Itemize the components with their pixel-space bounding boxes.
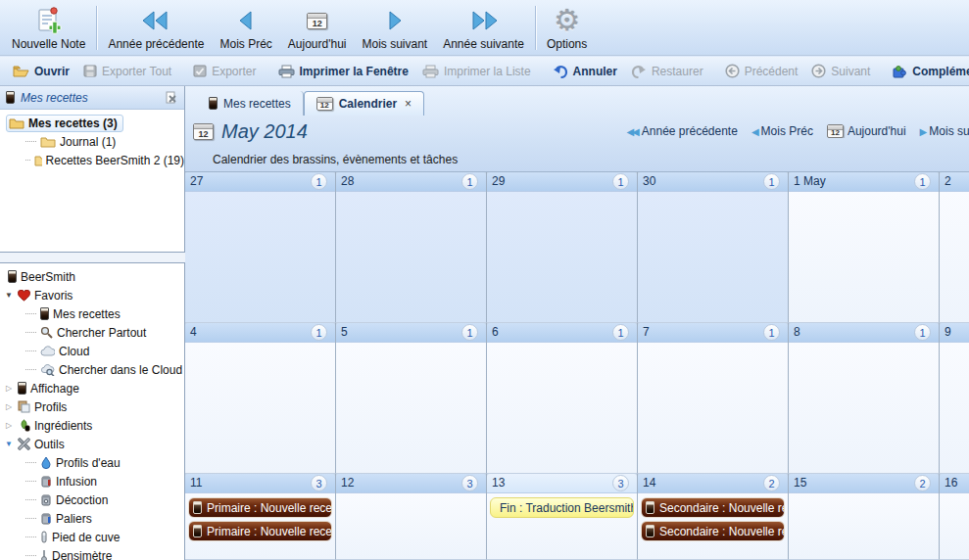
tree-item-mes-recettes[interactable]: Mes recettes xyxy=(0,304,184,323)
open-label: Ouvrir xyxy=(34,65,70,78)
expander-closed-icon[interactable]: ▷ xyxy=(4,384,14,393)
expander-open-icon[interactable]: ▼ xyxy=(4,291,14,300)
arrow-right-icon: ▶ xyxy=(920,126,926,137)
flask-icon xyxy=(40,531,48,543)
event-count-badge: 1 xyxy=(763,324,780,341)
puzzle-icon xyxy=(892,65,907,78)
tab-calendrier[interactable]: 12 Calendrier × xyxy=(304,91,424,116)
calendar-header: Mes recettes 12 Calendrier × 12 May 2014… xyxy=(185,86,969,172)
tab-mes-recettes[interactable]: Mes recettes xyxy=(197,91,304,116)
tree-item-journal[interactable]: Journal (1) xyxy=(0,132,184,151)
previous-year-button[interactable]: Année précédente xyxy=(100,2,212,54)
toolbar-separator xyxy=(535,6,536,50)
heart-icon xyxy=(18,290,30,302)
options-button[interactable]: ⚙ Options xyxy=(539,2,595,54)
addons-button[interactable]: Compléments xyxy=(885,62,969,81)
calendar-day-cell[interactable]: 152 xyxy=(789,474,940,560)
previous-month-button[interactable]: Mois Préc xyxy=(212,2,279,54)
water-drop-icon xyxy=(40,456,52,469)
calendar-day-cell-today[interactable]: 133 Fin : Traduction Beersmith xyxy=(487,474,638,560)
calendar-day-cell[interactable]: 71 xyxy=(638,323,789,474)
next-year-button[interactable]: Année suivante xyxy=(435,2,532,54)
next-month-button[interactable]: Mois suivant xyxy=(354,2,435,54)
tree-item-pied-de-cuve[interactable]: Pied de cuve xyxy=(0,528,184,546)
tree-item-beersmith[interactable]: BeerSmith xyxy=(0,267,184,286)
tree-item-label: Favoris xyxy=(34,289,73,303)
calendar-day-cell[interactable]: 2 xyxy=(940,172,969,323)
undo-button[interactable]: Annuler xyxy=(546,62,624,81)
calendar-event[interactable]: Primaire : Nouvelle recette xyxy=(188,497,332,518)
print-window-button[interactable]: Imprimer la Fenêtre xyxy=(271,62,415,81)
tree-item-densimetre[interactable]: Densimètre xyxy=(0,546,184,560)
tree-item-chercher-cloud[interactable]: Chercher dans le Cloud xyxy=(0,360,184,379)
expander-closed-icon[interactable]: ▷ xyxy=(4,421,14,430)
calendar-icon-day: 12 xyxy=(308,19,326,28)
calendar-icon-day: 12 xyxy=(317,102,332,110)
tree-item-cloud[interactable]: Cloud xyxy=(0,342,184,360)
tab-close-icon[interactable]: × xyxy=(405,97,412,111)
open-folder-icon xyxy=(13,65,29,77)
new-note-button[interactable]: Nouvelle Note xyxy=(4,2,93,54)
hops-icon xyxy=(18,419,30,432)
calendar-day-cell[interactable]: 123 xyxy=(336,474,487,560)
calendar-event[interactable]: Secondaire : Nouvelle recette xyxy=(641,521,785,541)
expander-closed-icon[interactable]: ▷ xyxy=(4,402,14,411)
tree-item-mes-recettes-root[interactable]: Mes recettes (3) xyxy=(0,114,184,132)
close-panel-icon[interactable] xyxy=(165,91,178,105)
nav-previous-year[interactable]: ◀◀ Année précédente xyxy=(626,124,737,138)
expander-open-icon[interactable]: ▼ xyxy=(4,440,14,448)
calendar-day-cell[interactable]: 41 xyxy=(185,323,336,474)
calendar-day-cell[interactable]: 301 xyxy=(638,172,789,323)
event-count-badge: 1 xyxy=(311,324,327,341)
nav-today[interactable]: 12 Aujourd'hui xyxy=(827,124,906,138)
tree-item-label: Recettes BeerSmith 2 (19) xyxy=(46,154,184,167)
profiles-icon xyxy=(18,400,30,413)
beer-glass-icon xyxy=(209,97,218,110)
calendar-day-cell[interactable]: 9 xyxy=(940,323,969,474)
calendar-day-cell[interactable]: 1 May1 xyxy=(789,172,940,323)
tree-item-label: Paliers xyxy=(56,512,92,526)
calendar-day-cell[interactable]: 291 xyxy=(487,172,638,323)
today-button[interactable]: 12 Aujourd'hui xyxy=(280,2,355,54)
tree-item-favoris[interactable]: ▼ Favoris xyxy=(0,286,184,304)
event-label: Primaire : Nouvelle recette xyxy=(207,525,332,538)
nav-next-month[interactable]: ▶ Mois suivant xyxy=(920,124,969,138)
tree-item-chercher-partout[interactable]: Chercher Partout xyxy=(0,323,184,342)
calendar-day-cell[interactable]: 51 xyxy=(336,323,487,474)
tab-label: Calendrier xyxy=(339,97,397,111)
event-count-badge: 3 xyxy=(461,475,478,491)
open-button[interactable]: Ouvrir xyxy=(6,62,76,81)
calendar-day-cell[interactable]: 271 xyxy=(185,172,336,323)
calendar-day-cell[interactable]: 81 xyxy=(789,323,940,474)
tree-item-profils[interactable]: ▷ Profils xyxy=(0,397,184,416)
tree-item-outils[interactable]: ▼ Outils xyxy=(0,435,184,453)
calendar-icon: 12 xyxy=(193,123,214,140)
tree-item-affichage[interactable]: ▷ Affichage xyxy=(0,379,184,397)
tree-item-paliers[interactable]: Paliers xyxy=(0,509,184,528)
calendar-day-cell[interactable]: 61 xyxy=(487,323,638,474)
calendar-icon: 12 xyxy=(827,124,844,138)
calendar-event[interactable]: Fin : Traduction Beersmith xyxy=(490,497,634,518)
event-count-badge: 1 xyxy=(612,324,629,341)
day-number: 11 xyxy=(190,476,202,490)
calendar-day-cell[interactable]: 16 xyxy=(940,474,969,560)
event-count-badge: 1 xyxy=(461,324,478,341)
calendar-nav: ◀◀ Année précédente ◀ Mois Préc 12 Aujou… xyxy=(315,124,969,138)
calendar-day-cell[interactable]: 142 Secondaire : Nouvelle recette Second… xyxy=(638,474,789,560)
navigation-panel: BeerSmith ▼ Favoris Mes recettes Cherche… xyxy=(0,262,185,560)
tree-item-label: Décoction xyxy=(56,493,108,507)
tree-item-profils-eau[interactable]: Profils d'eau xyxy=(0,453,184,472)
calendar-icon-day: 12 xyxy=(194,129,213,139)
printer-icon xyxy=(278,65,295,78)
calendar-day-cell[interactable]: 281 xyxy=(336,172,487,323)
nav-previous-month[interactable]: ◀ Mois Préc xyxy=(751,124,813,138)
tree-item-ingredients[interactable]: ▷ Ingrédients xyxy=(0,416,184,435)
tree-item-recettes-beersmith2[interactable]: Recettes BeerSmith 2 (19) xyxy=(0,151,184,169)
tree-guide xyxy=(25,462,36,463)
calendar-day-cell[interactable]: 113 Primaire : Nouvelle recette Primaire… xyxy=(185,474,336,560)
tree-item-label: Chercher Partout xyxy=(57,326,146,340)
calendar-event[interactable]: Primaire : Nouvelle recette xyxy=(188,521,332,541)
calendar-event[interactable]: Secondaire : Nouvelle recette xyxy=(641,497,785,518)
tree-item-infusion[interactable]: Infusion xyxy=(0,472,184,490)
tree-item-decoction[interactable]: Décoction xyxy=(0,490,184,509)
